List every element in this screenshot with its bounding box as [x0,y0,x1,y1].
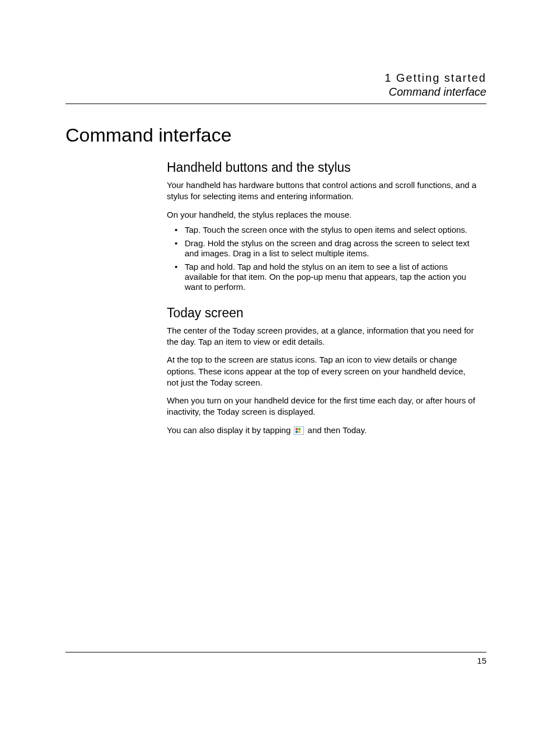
header-rule [65,104,486,104]
paragraph: The center of the Today screen provides,… [167,325,478,348]
list-item: Drag. Hold the stylus on the screen and … [177,238,478,259]
subsection-heading-today: Today screen [167,306,478,321]
paragraph-with-icon: You can also display it by tapping and t… [167,425,478,436]
footer-rule [65,652,486,652]
text-after-icon: and then Today. [305,425,367,435]
text-before-icon: You can also display it by tapping [167,425,293,435]
list-item: Tap. Touch the screen once with the styl… [177,225,478,235]
page-header: 1 Getting started Command interface [385,72,486,98]
paragraph: Your handheld has hardware buttons that … [167,180,478,203]
chapter-label: 1 Getting started [385,72,486,84]
list-item: Tap and hold. Tap and hold the stylus on… [177,262,478,292]
paragraph: On your handheld, the stylus replaces th… [167,209,478,220]
paragraph: At the top to the screen are status icon… [167,354,478,388]
windows-start-icon [294,426,304,435]
subsection-heading-handheld: Handheld buttons and the stylus [167,160,478,175]
paragraph: When you turn on your handheld device fo… [167,395,478,418]
bullet-list: Tap. Touch the screen once with the styl… [167,225,478,292]
svg-rect-0 [294,426,304,435]
content-body: Handheld buttons and the stylus Your han… [167,156,478,443]
section-label: Command interface [385,86,486,98]
page-number: 15 [477,656,486,665]
main-heading: Command interface [65,124,232,146]
